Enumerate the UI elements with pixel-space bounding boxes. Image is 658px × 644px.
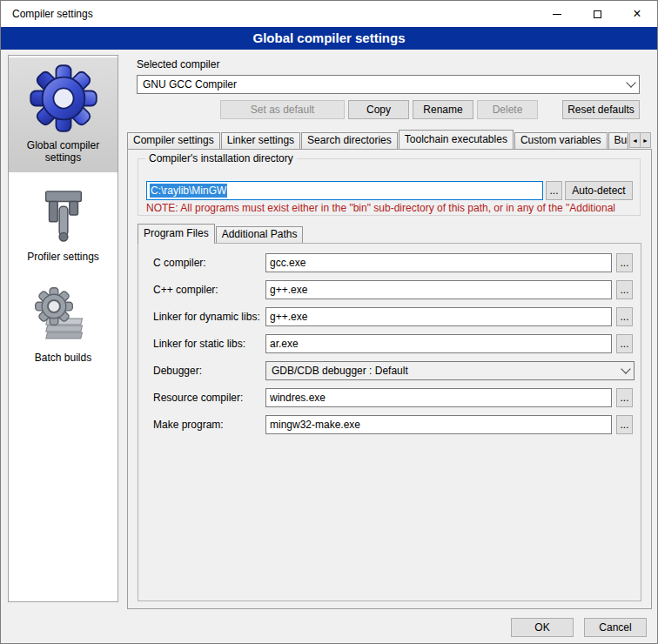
- program-files-tabstrip: Program Files Additional Paths: [138, 225, 304, 243]
- linker-static-browse-button[interactable]: ...: [616, 334, 633, 353]
- delete-button: Delete: [477, 100, 538, 119]
- sidebar-item-batch-builds[interactable]: Batch builds: [9, 280, 118, 372]
- resource-compiler-browse-button[interactable]: ...: [616, 388, 633, 407]
- tab-label: Toolchain executables: [405, 133, 507, 145]
- tab-compiler-settings[interactable]: Compiler settings: [127, 132, 220, 149]
- rename-button[interactable]: Rename: [413, 100, 473, 119]
- title-bar: Compiler settings ×: [1, 1, 657, 27]
- cancel-button[interactable]: Cancel: [584, 618, 647, 637]
- copy-button[interactable]: Copy: [348, 100, 409, 119]
- tab-label: Additional Paths: [222, 228, 298, 240]
- form-row-linker-dynamic: Linker for dynamic libs: ...: [138, 307, 641, 326]
- chevron-down-icon: [623, 77, 638, 92]
- profiler-icon: [38, 188, 89, 244]
- tab-custom-variables[interactable]: Custom variables: [514, 132, 608, 149]
- arrow-right-icon: ►: [642, 138, 648, 144]
- tab-scroll-buttons: ◄ ►: [629, 132, 651, 148]
- linker-dynamic-input[interactable]: [265, 307, 612, 326]
- caption-buttons: ×: [537, 1, 657, 27]
- tab-label: Program Files: [144, 227, 209, 239]
- installation-directory-group-title: Compiler's installation directory: [145, 152, 297, 164]
- debugger-select[interactable]: GDB/CDB debugger : Default: [265, 361, 634, 380]
- tab-label: Buil: [614, 134, 628, 146]
- make-program-browse-button[interactable]: ...: [616, 415, 633, 434]
- installation-directory-input[interactable]: C:\raylib\MinGW: [146, 181, 543, 200]
- maximize-button[interactable]: [577, 1, 617, 27]
- linker-dynamic-label: Linker for dynamic libs:: [153, 307, 260, 326]
- make-program-input[interactable]: [265, 415, 612, 434]
- cpp-compiler-browse-button[interactable]: ...: [616, 280, 633, 299]
- installation-directory-group: Compiler's installation directory C:\ray…: [138, 158, 641, 216]
- resource-compiler-input[interactable]: [265, 388, 612, 407]
- settings-sidebar: Global compiler settings Profiler settin…: [8, 55, 118, 602]
- gear-icon: [30, 64, 97, 132]
- tab-search-directories[interactable]: Search directories: [301, 132, 398, 149]
- window-title: Compiler settings: [1, 8, 93, 20]
- tab-build-options[interactable]: Buil: [608, 132, 628, 149]
- c-compiler-browse-button[interactable]: ...: [616, 253, 633, 272]
- tab-label: Custom variables: [520, 134, 601, 146]
- tab-label: Compiler settings: [133, 134, 214, 146]
- settings-tabstrip: Compiler settings Linker settings Search…: [127, 130, 629, 149]
- linker-static-input[interactable]: [265, 334, 612, 353]
- chevron-down-icon: [618, 363, 633, 379]
- compiler-select[interactable]: GNU GCC Compiler: [137, 75, 640, 94]
- tab-label: Linker settings: [227, 134, 294, 146]
- cpp-compiler-input[interactable]: [265, 280, 612, 299]
- minimize-icon: [553, 14, 561, 15]
- bin-subdirectory-note: NOTE: All programs must exist either in …: [146, 203, 639, 214]
- set-as-default-button: Set as default: [220, 100, 345, 119]
- tab-scroll-right-button[interactable]: ►: [640, 132, 651, 148]
- sidebar-item-profiler-settings[interactable]: Profiler settings: [9, 181, 118, 272]
- debugger-select-value: GDB/CDB debugger : Default: [272, 365, 408, 377]
- maximize-icon: [594, 10, 601, 18]
- auto-detect-button[interactable]: Auto-detect: [565, 181, 633, 200]
- tab-label: Search directories: [307, 134, 392, 146]
- page-title: Global compiler settings: [1, 27, 657, 50]
- form-row-debugger: Debugger: GDB/CDB debugger : Default: [138, 361, 641, 380]
- installation-directory-browse-button[interactable]: ...: [546, 181, 562, 200]
- batch-builds-icon: [35, 287, 92, 345]
- linker-static-label: Linker for static libs:: [153, 334, 245, 353]
- compiler-select-value: GNU GCC Compiler: [143, 78, 237, 91]
- sidebar-item-label: Profiler settings: [24, 251, 103, 263]
- form-row-resource-compiler: Resource compiler: ...: [138, 388, 641, 407]
- linker-dynamic-browse-button[interactable]: ...: [616, 307, 633, 326]
- close-button[interactable]: ×: [617, 1, 657, 27]
- compiler-settings-window: Compiler settings × Global compiler sett…: [0, 0, 658, 644]
- selected-compiler-label: Selected compiler: [137, 58, 219, 70]
- ok-button[interactable]: OK: [511, 618, 574, 637]
- form-row-c-compiler: C compiler: ...: [138, 253, 641, 272]
- cpp-compiler-label: C++ compiler:: [153, 280, 218, 299]
- c-compiler-label: C compiler:: [153, 253, 206, 272]
- c-compiler-input[interactable]: [265, 253, 612, 272]
- reset-defaults-button[interactable]: Reset defaults: [562, 100, 640, 119]
- sidebar-item-label: Global compiler settings: [10, 139, 116, 164]
- make-program-label: Make program:: [153, 415, 224, 434]
- tab-toolchain-executables[interactable]: Toolchain executables: [399, 130, 514, 149]
- sidebar-item-global-compiler-settings[interactable]: Global compiler settings: [9, 57, 118, 172]
- installation-directory-value: C:\raylib\MinGW: [150, 184, 227, 198]
- minimize-button[interactable]: [537, 1, 577, 27]
- form-row-make-program: Make program: ...: [138, 415, 641, 434]
- subtab-program-files[interactable]: Program Files: [138, 224, 215, 244]
- sidebar-item-label: Batch builds: [31, 352, 95, 364]
- arrow-left-icon: ◄: [632, 138, 638, 144]
- form-row-cpp-compiler: C++ compiler: ...: [138, 280, 641, 299]
- tab-linker-settings[interactable]: Linker settings: [221, 132, 300, 149]
- form-row-linker-static: Linker for static libs: ...: [138, 334, 641, 353]
- program-files-panel: C compiler: ... C++ compiler: ... Linker…: [138, 243, 641, 601]
- debugger-label: Debugger:: [153, 361, 202, 380]
- close-icon: ×: [633, 7, 641, 21]
- subtab-additional-paths[interactable]: Additional Paths: [216, 226, 304, 243]
- resource-compiler-label: Resource compiler:: [153, 388, 243, 407]
